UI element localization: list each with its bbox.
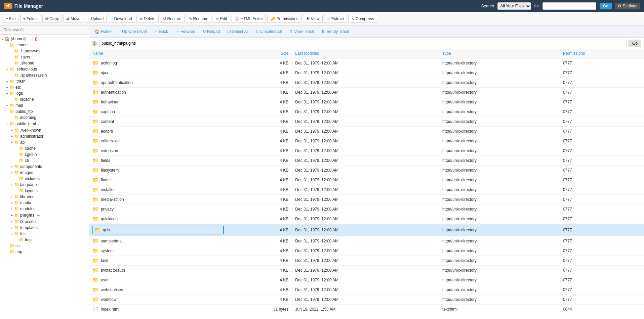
delete-button[interactable]: ✕ Delete xyxy=(136,15,159,23)
tree-item-test[interactable]: +📁test xyxy=(0,231,89,237)
col-type[interactable]: Type xyxy=(439,49,560,58)
tree-item-mail[interactable]: +📁mail xyxy=(0,102,89,108)
table-row[interactable]: 📁 fields 4 KB Dec 31, 1979, 12:00 AM htt… xyxy=(89,156,644,166)
view-trash-button[interactable]: 🗑 View Trash xyxy=(286,28,317,35)
empty-trash-button[interactable]: 🗑 Empty Trash xyxy=(318,28,352,35)
edit-button[interactable]: ✏ Edit xyxy=(213,15,230,23)
tree-item-public_html[interactable]: -📁public_html← xyxy=(0,121,89,127)
home-nav-button[interactable]: 🏠 Home xyxy=(92,28,115,35)
compress-button[interactable]: ⤡ Compress xyxy=(348,15,377,23)
reload-button[interactable]: ↻ Reload xyxy=(200,28,223,35)
tree-item-lscache[interactable]: 📁lscache xyxy=(0,96,89,102)
col-permissions[interactable]: Permissions xyxy=(560,49,644,58)
tree-item-tmp2[interactable]: +📁tmp xyxy=(0,249,89,255)
tree-item-cli[interactable]: 📁cli xyxy=(0,157,89,164)
tree-item-razor[interactable]: 📁.razor xyxy=(0,54,89,60)
table-row[interactable]: 📁 authentication 4 KB Dec 31, 1979, 12:0… xyxy=(89,88,644,97)
table-row[interactable]: 📁 sampledata 4 KB Dec 31, 1979, 12:00 AM… xyxy=(89,236,644,246)
table-row[interactable]: 📁 editors 4 KB Dec 31, 1979, 12:00 AM ht… xyxy=(89,127,644,136)
table-row[interactable]: 📁 media-action 4 KB Dec 31, 1979, 12:00 … xyxy=(89,195,644,204)
path-input[interactable] xyxy=(99,40,627,47)
tree-item-home[interactable]: -🏠(/home/████) xyxy=(0,36,89,42)
tree-item-well_known[interactable]: +📁.well-known xyxy=(0,127,89,133)
tree-item-administrator[interactable]: +📁administrator xyxy=(0,133,89,139)
table-row[interactable]: 📁 actionlog 4 KB Dec 31, 1979, 12:00 AM … xyxy=(89,58,644,68)
table-row[interactable]: 📁 installer 4 KB Dec 31, 1979, 12:00 AM … xyxy=(89,185,644,195)
search-input[interactable] xyxy=(542,2,596,10)
download-button[interactable]: ↓ Download xyxy=(108,15,135,23)
tree-item-libraries[interactable]: +📁libraries xyxy=(0,194,89,200)
tree-item-plugins[interactable]: +📁plugins← xyxy=(0,212,89,219)
tree-item-sitepad[interactable]: 📁.sitepad xyxy=(0,60,89,66)
tree-item-softaculous[interactable]: +📁.softaculous xyxy=(0,66,89,72)
upload-button[interactable]: ↑ Upload xyxy=(85,15,107,23)
tree-item-components[interactable]: +📁components xyxy=(0,164,89,170)
tree-item-api[interactable]: +📁api xyxy=(0,139,89,145)
tree-item-tmp[interactable]: 📁tmp xyxy=(0,237,89,243)
settings-button[interactable]: ⚙ Settings xyxy=(615,3,640,9)
path-go-button[interactable]: Go xyxy=(629,40,641,47)
search-scope-select[interactable]: All Your Files xyxy=(497,2,531,10)
col-modified[interactable]: Last Modified xyxy=(292,49,439,58)
tree-item-etc[interactable]: +📁etc xyxy=(0,84,89,90)
table-row[interactable]: 📁 finder 4 KB Dec 31, 1979, 12:00 AM htt… xyxy=(89,175,644,185)
tree-item-layouts[interactable]: 📁layouts xyxy=(0,188,89,194)
table-row[interactable]: 📁 task 4 KB Dec 31, 1979, 12:00 AM httpd… xyxy=(89,256,644,266)
restore-button[interactable]: ↺ Restore xyxy=(160,15,185,23)
table-row[interactable]: 📁 captcha 4 KB Dec 31, 1979, 12:00 AM ht… xyxy=(89,107,644,117)
tree-item-spamassassin[interactable]: 📁.spamassassin xyxy=(0,72,89,78)
table-row[interactable]: 📁 quix 4 KB Dec 31, 1979, 12:00 AM httpd… xyxy=(89,224,644,236)
forward-button[interactable]: → Forward xyxy=(172,28,198,35)
table-row[interactable]: 📁 user 4 KB Dec 31, 1979, 12:00 AM httpd… xyxy=(89,275,644,285)
col-name[interactable]: Name xyxy=(89,49,227,58)
table-row[interactable]: 📁 privacy 4 KB Dec 31, 1979, 12:00 AM ht… xyxy=(89,204,644,214)
move-button[interactable]: ⇄ Move xyxy=(63,15,83,23)
tree-item-images[interactable]: +📁images xyxy=(0,170,89,176)
tree-item-htpasswds[interactable]: 📁.htpasswds xyxy=(0,48,89,54)
table-row[interactable]: 📄 index.html 31 bytes Jun 18, 2022, 1:53… xyxy=(89,305,644,314)
copy-button[interactable]: ⧉ Copy xyxy=(42,15,62,23)
tree-item-cpanel[interactable]: +📁.cpanel xyxy=(0,42,89,48)
extract-button[interactable]: ⤢ Extract xyxy=(324,15,347,23)
tree-item-trash[interactable]: +📁.trash xyxy=(0,78,89,84)
table-row[interactable]: 📁 webservices 4 KB Dec 31, 1979, 12:00 A… xyxy=(89,285,644,295)
table-row[interactable]: 📁 extension 4 KB Dec 31, 1979, 12:00 AM … xyxy=(89,146,644,156)
col-size[interactable]: Size xyxy=(227,49,292,58)
add-folder-button[interactable]: + Folder xyxy=(20,15,41,23)
tree-item-cgi_bin[interactable]: 📁cgi-bin xyxy=(0,151,89,157)
tree-item-public_ftp[interactable]: -📁public_ftp xyxy=(0,108,89,115)
collapse-all-button[interactable]: Collapse All xyxy=(0,26,89,35)
tree-item-language[interactable]: +📁language xyxy=(0,182,89,188)
tree-item-includes[interactable]: 📁includes xyxy=(0,176,89,182)
tree-item-templates[interactable]: +📁templates xyxy=(0,225,89,231)
back-button[interactable]: ← Back xyxy=(151,28,171,35)
table-row[interactable]: 📁 twofactorauth 4 KB Dec 31, 1979, 12:00… xyxy=(89,266,644,275)
tree-item-modules[interactable]: +📁modules xyxy=(0,206,89,212)
rename-button[interactable]: ✎ Rename xyxy=(186,15,211,23)
tree-item-t3_assets[interactable]: +📁t3-assets xyxy=(0,219,89,225)
view-button[interactable]: 👁 View xyxy=(303,15,323,23)
search-go-button[interactable]: Go xyxy=(600,3,612,9)
permissions-button[interactable]: 🔑 Permissions xyxy=(267,15,301,23)
table-row[interactable]: 📁 content 4 KB Dec 31, 1979, 12:00 AM ht… xyxy=(89,117,644,127)
table-row[interactable]: 📁 workflow 4 KB Dec 31, 1979, 12:00 AM h… xyxy=(89,295,644,305)
table-row[interactable]: 📁 api-authentication 4 KB Dec 31, 1979, … xyxy=(89,78,644,88)
table-row[interactable]: 📁 behaviour 4 KB Dec 31, 1979, 12:00 AM … xyxy=(89,97,644,107)
tree-item-logs[interactable]: +📁logs xyxy=(0,90,89,96)
tree-item-media[interactable]: +📁media xyxy=(0,200,89,206)
file-name: media-action xyxy=(101,197,124,202)
unselect-all-button[interactable]: ☐ Unselect All xyxy=(253,28,285,35)
table-row[interactable]: 📁 editors-xtd 4 KB Dec 31, 1979, 12:00 A… xyxy=(89,136,644,146)
table-row[interactable]: 📁 system 4 KB Dec 31, 1979, 12:00 AM htt… xyxy=(89,246,644,256)
tree-item-cache[interactable]: 📁cache xyxy=(0,145,89,151)
up-one-level-button[interactable]: ↑ Up One Level xyxy=(116,28,150,35)
add-file-button[interactable]: + File xyxy=(3,15,19,23)
table-row[interactable]: 📁 ajax 4 KB Dec 31, 1979, 12:00 AM httpd… xyxy=(89,68,644,78)
table-row[interactable]: 📁 filesystem 4 KB Dec 31, 1979, 12:00 AM… xyxy=(89,166,644,175)
cell-modified: Dec 31, 1979, 12:00 AM xyxy=(292,295,439,305)
tree-item-incoming[interactable]: 📁incoming xyxy=(0,115,89,121)
select-all-button[interactable]: ☑ Select All xyxy=(224,28,251,35)
table-row[interactable]: 📁 quickicon 4 KB Dec 31, 1979, 12:00 AM … xyxy=(89,214,644,224)
tree-item-ssl[interactable]: +📁ssl xyxy=(0,243,89,249)
html-editor-button[interactable]: ⬜ HTML Editor xyxy=(232,15,266,23)
